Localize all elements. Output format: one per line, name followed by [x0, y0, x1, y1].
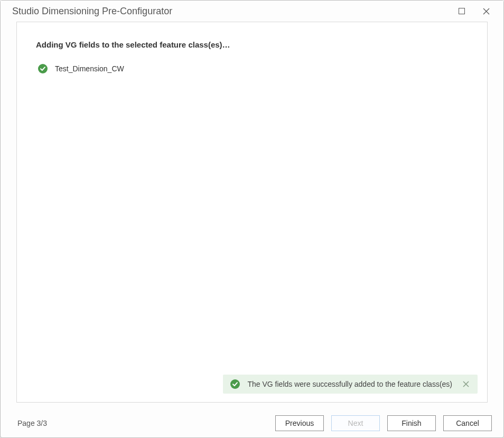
dialog-window: Studio Dimensioning Pre-Configurator Add…	[0, 0, 504, 438]
cancel-button[interactable]: Cancel	[443, 415, 492, 431]
close-button[interactable]	[474, 2, 498, 20]
finish-button[interactable]: Finish	[387, 415, 436, 431]
status-banner: The VG fields were successfully added to…	[223, 375, 478, 394]
success-check-icon	[230, 379, 240, 389]
list-item-label: Test_Dimension_CW	[55, 64, 124, 73]
dismiss-status-button[interactable]	[460, 378, 472, 390]
maximize-button[interactable]	[450, 2, 474, 20]
close-icon	[463, 381, 469, 387]
titlebar: Studio Dimensioning Pre-Configurator	[1, 1, 503, 22]
close-icon	[483, 8, 490, 15]
svg-rect-0	[459, 8, 465, 14]
page-indicator: Page 3/3	[17, 419, 268, 427]
svg-point-4	[230, 379, 240, 389]
wizard-footer: Page 3/3 Previous Next Finish Cancel	[1, 409, 503, 437]
svg-point-3	[38, 64, 48, 73]
previous-button[interactable]: Previous	[275, 415, 324, 431]
content-panel: Adding VG fields to the selected feature…	[16, 22, 488, 403]
status-message: The VG fields were successfully added to…	[247, 380, 452, 388]
list-item: Test_Dimension_CW	[36, 64, 468, 73]
window-title: Studio Dimensioning Pre-Configurator	[12, 6, 450, 17]
next-button: Next	[331, 415, 380, 431]
maximize-icon	[459, 8, 465, 14]
progress-heading: Adding VG fields to the selected feature…	[36, 40, 468, 49]
success-check-icon	[38, 64, 48, 73]
